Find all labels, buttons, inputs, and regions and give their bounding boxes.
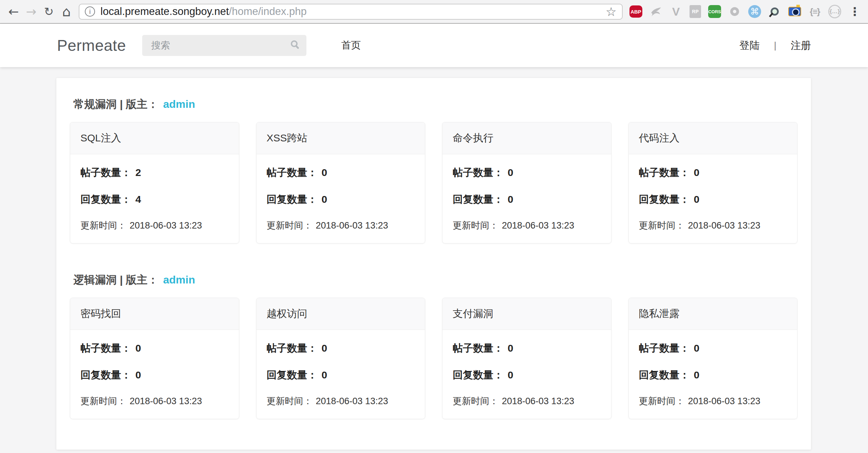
magnifier-extension-icon[interactable]	[768, 5, 781, 18]
ring-shape	[730, 7, 739, 16]
posts-count-line: 帖子数量：0	[267, 166, 415, 180]
section-title-text: 常规漏洞 | 版主：	[73, 98, 158, 110]
posts-value: 0	[508, 342, 513, 354]
time-label: 更新时间：	[453, 220, 498, 231]
posts-count-line: 帖子数量：0	[639, 341, 787, 355]
posts-count-line: 帖子数量：0	[80, 341, 229, 355]
time-value: 2018-06-03 13:23	[502, 220, 574, 231]
posts-label: 帖子数量：	[267, 167, 318, 178]
board-card-title[interactable]: 隐私泄露	[629, 298, 797, 330]
back-icon[interactable]: ←	[5, 3, 22, 20]
vue-devtools-icon[interactable]: V	[669, 5, 682, 18]
camera-icon[interactable]	[788, 5, 801, 18]
posts-count-line: 帖子数量：0	[453, 166, 601, 180]
posts-label: 帖子数量：	[453, 342, 504, 354]
adblock-plus-icon[interactable]: ABP	[629, 5, 642, 18]
replies-label: 回复数量：	[80, 194, 131, 205]
posts-value: 2	[135, 167, 141, 178]
extensions-bar: ABP V RP CORS ⌘ {≡} {…} ⋮	[629, 5, 863, 18]
posts-label: 帖子数量：	[80, 342, 131, 354]
camera-shape	[788, 7, 801, 16]
search-input[interactable]	[142, 35, 306, 56]
site-logo[interactable]: Permeate	[57, 36, 126, 55]
ring-icon[interactable]	[728, 5, 741, 18]
replies-value: 0	[322, 194, 327, 205]
forward-icon[interactable]: →	[22, 3, 40, 20]
browser-menu-icon[interactable]: ⋮	[848, 5, 861, 18]
board-card-title[interactable]: SQL注入	[70, 122, 239, 154]
replies-value: 0	[135, 369, 141, 380]
time-value: 2018-06-03 13:23	[502, 396, 574, 406]
board-card-body: 帖子数量：0 回复数量：0 更新时间：2018-06-03 13:23	[629, 330, 797, 407]
board-card-body: 帖子数量：0 回复数量：0 更新时间：2018-06-03 13:23	[70, 330, 239, 407]
circle-ellipsis-icon[interactable]: {…}	[828, 5, 841, 18]
login-link[interactable]: 登陆	[739, 39, 760, 53]
board-card-sql-injection[interactable]: SQL注入 帖子数量：2 回复数量：4 更新时间：2018-06-03 13:2…	[70, 122, 239, 243]
board-card-title[interactable]: 代码注入	[629, 122, 797, 154]
page-info-icon[interactable]: i	[85, 6, 95, 17]
address-bar[interactable]: i local.premeate.songboy.net/home/index.…	[79, 4, 623, 20]
url-path: /home/index.php	[229, 5, 307, 17]
board-card-title[interactable]: 密码找回	[70, 298, 239, 330]
board-card-privilege-escalation[interactable]: 越权访问 帖子数量：0 回复数量：0 更新时间：2018-06-03 13:23	[256, 298, 426, 419]
posts-value: 0	[508, 167, 513, 178]
update-time-line: 更新时间：2018-06-03 13:23	[267, 219, 415, 232]
page-body: 常规漏洞 | 版主：admin SQL注入 帖子数量：2 回复数量：4 更新时间…	[0, 67, 868, 453]
replies-count-line: 回复数量：0	[453, 193, 601, 206]
board-card-payment-vuln[interactable]: 支付漏洞 帖子数量：0 回复数量：0 更新时间：2018-06-03 13:23	[442, 298, 611, 419]
reload-icon[interactable]: ↻	[40, 3, 58, 20]
replies-value: 0	[694, 369, 700, 380]
section-title: 常规漏洞 | 版主：admin	[73, 97, 797, 112]
board-card-title[interactable]: XSS跨站	[257, 122, 425, 154]
site-header: Permeate 首页 登陆 | 注册	[0, 24, 868, 67]
replies-value: 0	[694, 194, 700, 205]
board-card-code-injection[interactable]: 代码注入 帖子数量：0 回复数量：0 更新时间：2018-06-03 13:23	[628, 122, 798, 243]
board-card-title[interactable]: 支付漏洞	[442, 298, 611, 330]
board-card-body: 帖子数量：0 回复数量：0 更新时间：2018-06-03 13:23	[629, 154, 797, 232]
section-title: 逻辑漏洞 | 版主：admin	[73, 273, 797, 288]
replies-label: 回复数量：	[267, 194, 318, 205]
circle-ellipsis-glyph: {…}	[828, 5, 841, 18]
update-time-line: 更新时间：2018-06-03 13:23	[80, 395, 229, 407]
nav-home-link[interactable]: 首页	[341, 39, 361, 52]
update-time-line: 更新时间：2018-06-03 13:23	[267, 395, 415, 407]
board-card-command-exec[interactable]: 命令执行 帖子数量：0 回复数量：0 更新时间：2018-06-03 13:23	[442, 122, 611, 243]
replies-count-line: 回复数量：4	[80, 193, 229, 206]
command-icon[interactable]: ⌘	[748, 5, 761, 18]
url-host: local.premeate.songboy.net	[100, 5, 229, 17]
time-label: 更新时间：	[453, 396, 498, 406]
board-card-title[interactable]: 命令执行	[442, 122, 611, 154]
time-value: 2018-06-03 13:23	[130, 396, 202, 406]
search-box[interactable]	[142, 35, 306, 56]
moderator-link[interactable]: admin	[163, 274, 195, 286]
rp-extension-icon[interactable]: RP	[690, 5, 701, 18]
replies-count-line: 回复数量：0	[639, 193, 787, 206]
board-card-title[interactable]: 越权访问	[257, 298, 425, 330]
time-value: 2018-06-03 13:23	[130, 220, 202, 231]
board-card-body: 帖子数量：0 回复数量：0 更新时间：2018-06-03 13:23	[257, 330, 425, 407]
braces-list-icon[interactable]: {≡}	[808, 5, 821, 18]
cors-icon[interactable]: CORS	[708, 5, 721, 18]
magnifier-shape	[771, 7, 779, 16]
url-text[interactable]: local.premeate.songboy.net/home/index.ph…	[100, 5, 606, 18]
time-label: 更新时间：	[639, 396, 685, 406]
search-icon[interactable]	[291, 40, 298, 47]
moderator-link[interactable]: admin	[163, 98, 195, 110]
update-time-line: 更新时间：2018-06-03 13:23	[639, 395, 787, 407]
register-link[interactable]: 注册	[791, 39, 811, 53]
browser-home-icon[interactable]: ⌂	[58, 3, 75, 20]
section-regular-vulns: 常规漏洞 | 版主：admin SQL注入 帖子数量：2 回复数量：4 更新时间…	[70, 97, 797, 243]
replies-label: 回复数量：	[453, 369, 504, 380]
hummingbird-icon[interactable]	[649, 5, 662, 18]
board-card-password-recovery[interactable]: 密码找回 帖子数量：0 回复数量：0 更新时间：2018-06-03 13:23	[70, 298, 239, 419]
replies-count-line: 回复数量：0	[639, 368, 787, 382]
posts-count-line: 帖子数量：0	[639, 166, 787, 180]
board-card-privacy-leak[interactable]: 隐私泄露 帖子数量：0 回复数量：0 更新时间：2018-06-03 13:23	[628, 298, 798, 419]
replies-label: 回复数量：	[80, 369, 131, 380]
posts-value: 0	[694, 167, 700, 178]
bookmark-star-icon[interactable]: ☆	[606, 5, 617, 19]
time-label: 更新时间：	[267, 220, 313, 231]
board-card-xss[interactable]: XSS跨站 帖子数量：0 回复数量：0 更新时间：2018-06-03 13:2…	[256, 122, 426, 243]
replies-value: 0	[322, 369, 327, 380]
time-value: 2018-06-03 13:23	[316, 396, 388, 406]
